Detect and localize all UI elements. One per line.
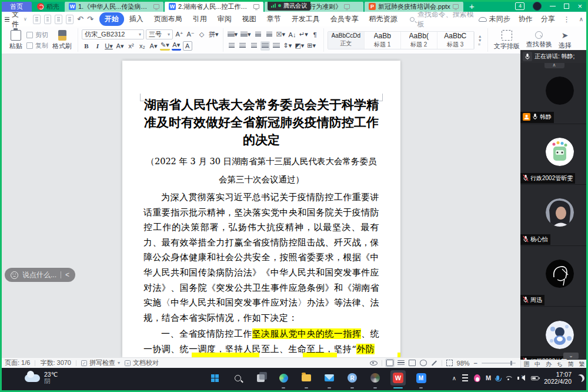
- sort-button[interactable]: A↓: [288, 30, 297, 39]
- ime-item[interactable]: 中: [534, 360, 540, 368]
- collaborate-button[interactable]: 协作: [519, 14, 533, 24]
- participant-tile-4[interactable]: 行管2002林苗⌄: [520, 307, 588, 368]
- tab-3[interactable]: W2.湖南省人民...控工作的决定》: [165, 1, 263, 12]
- tab-1[interactable]: 稻壳: [33, 1, 64, 12]
- ime-item[interactable]: 繁: [579, 360, 585, 368]
- meeting-chat-bubble[interactable]: 说点什么... <: [5, 268, 75, 282]
- mail-app[interactable]: [322, 370, 337, 386]
- chat-placeholder[interactable]: 说点什么...: [22, 270, 56, 280]
- underline-button[interactable]: U▾: [104, 41, 113, 51]
- asian-layout-button[interactable]: ☒▾: [276, 30, 286, 39]
- numbered-list-button[interactable]: ▾: [240, 30, 252, 39]
- battery-icon[interactable]: [531, 376, 539, 380]
- task-view-button[interactable]: [253, 370, 268, 386]
- menu-item-会员专享[interactable]: 会员专享: [325, 12, 364, 26]
- tab-5[interactable]: P新冠肺炎疫情培训会.pptx: [365, 1, 463, 12]
- microphone-tray-icon[interactable]: [496, 376, 499, 380]
- tab-0[interactable]: 首页: [1, 1, 32, 12]
- qq-tray-icon[interactable]: [474, 374, 480, 382]
- outline-view-button[interactable]: [397, 360, 405, 366]
- page-view-button[interactable]: [386, 360, 393, 366]
- maximize-button[interactable]: [564, 4, 569, 9]
- emoji-icon[interactable]: [11, 271, 18, 279]
- font-size-select[interactable]: 三号▾: [146, 29, 173, 39]
- superscript-button[interactable]: x²: [126, 41, 136, 51]
- cut-button[interactable]: 剪切: [26, 31, 48, 39]
- save-button[interactable]: [33, 15, 41, 24]
- styles-scroll[interactable]: ▲▼≡: [476, 34, 484, 46]
- window-manage-button[interactable]: 4: [515, 2, 524, 10]
- pinyin-guide-button[interactable]: 拼▾: [208, 30, 219, 39]
- proofread-button[interactable]: × 文档校对: [125, 358, 159, 367]
- taskbar-clock[interactable]: 17:07 2022/4/20: [544, 371, 572, 385]
- font-name-select[interactable]: 仿宋_GB2312▾: [82, 29, 144, 39]
- chat-collapse-button[interactable]: <: [65, 271, 69, 279]
- menu-item-页面布局[interactable]: 页面布局: [149, 12, 188, 26]
- text-effects-button[interactable]: A▾: [149, 41, 158, 51]
- account-avatar[interactable]: [533, 2, 542, 11]
- menu-item-开始[interactable]: 开始: [99, 12, 124, 26]
- decrease-font-button[interactable]: A⁻: [186, 30, 195, 39]
- subscript-button[interactable]: x₂: [138, 41, 147, 51]
- highlight-color-button[interactable]: ✎▾: [160, 41, 170, 51]
- ime-item[interactable]: 囲: [523, 360, 529, 368]
- style-标题 3[interactable]: AaBbC标题 3: [437, 32, 474, 49]
- borders-button[interactable]: ⊞▾: [306, 41, 316, 51]
- increase-font-button[interactable]: A⁺: [175, 30, 184, 39]
- text-layout-button[interactable]: 文字排版: [492, 30, 522, 51]
- command-search[interactable]: 查找命令、搜索模板: [410, 9, 477, 29]
- select-button[interactable]: ➤ 选择: [556, 31, 574, 50]
- participant-tile-3[interactable]: 周迅: [520, 246, 588, 307]
- style-标题 1[interactable]: AaBb标题 1: [365, 32, 401, 49]
- find-replace-button[interactable]: 查找替换: [524, 31, 554, 49]
- wps-app[interactable]: W: [390, 370, 406, 386]
- print-button[interactable]: [55, 15, 62, 24]
- eye-protect-button[interactable]: [370, 361, 377, 366]
- menu-item-审阅[interactable]: 审阅: [212, 12, 237, 26]
- fit-page-button[interactable]: [446, 360, 453, 366]
- file-explorer-app[interactable]: [299, 370, 314, 386]
- zoom-out-button[interactable]: −: [474, 360, 477, 367]
- m-tray-icon[interactable]: M: [486, 374, 491, 381]
- align-right-button[interactable]: [249, 41, 259, 51]
- char-shading-button[interactable]: A: [183, 41, 192, 51]
- align-left-button[interactable]: [227, 41, 236, 51]
- font-color-button[interactable]: A▾: [172, 41, 181, 51]
- align-center-button[interactable]: [238, 41, 248, 51]
- sync-status[interactable]: 未同步: [479, 14, 510, 24]
- read-view-button[interactable]: [409, 360, 416, 366]
- menu-item-视图[interactable]: 视图: [237, 12, 262, 26]
- tencent-meeting-app[interactable]: M: [413, 370, 429, 386]
- more-menu-button[interactable]: ⋮: [563, 15, 571, 24]
- hidden-icons-button[interactable]: ∧: [452, 375, 456, 381]
- bullet-list-button[interactable]: ▾: [227, 30, 239, 39]
- share-button[interactable]: 分享: [541, 14, 555, 24]
- justify-button[interactable]: [260, 41, 270, 51]
- equalizer-tray-icon[interactable]: [462, 375, 469, 381]
- char-border-button[interactable]: A▾: [115, 41, 125, 51]
- redo-button[interactable]: ↷: [87, 15, 93, 24]
- menu-item-引用[interactable]: 引用: [188, 12, 212, 26]
- copy-button[interactable]: 复制: [26, 41, 48, 50]
- clear-format-button[interactable]: ◇: [197, 30, 206, 39]
- minimize-button[interactable]: [550, 6, 556, 6]
- ime-item[interactable]: 简: [568, 360, 574, 368]
- print-preview-button[interactable]: [66, 15, 74, 24]
- zoom-level[interactable]: 98%: [457, 360, 470, 367]
- wifi-icon[interactable]: [505, 376, 512, 380]
- volume-muted-icon[interactable]: [517, 375, 526, 381]
- tab-2[interactable]: W1.《中华人民...传染病防治法》: [65, 1, 163, 12]
- start-button[interactable]: [207, 370, 222, 386]
- participant-tile-0[interactable]: ∧韩静: [520, 63, 588, 124]
- new-tab-button[interactable]: +: [469, 1, 475, 11]
- wrap-button[interactable]: ↵▾: [299, 30, 309, 39]
- photos-app[interactable]: [368, 370, 383, 386]
- export-button[interactable]: [44, 15, 52, 24]
- ime-item[interactable]: 办: [546, 360, 552, 368]
- ime-item[interactable]: ち: [557, 360, 563, 368]
- undo-button[interactable]: ↶: [77, 15, 83, 24]
- bold-button[interactable]: B: [82, 41, 91, 51]
- zoom-slider[interactable]: [482, 363, 516, 364]
- style-正文[interactable]: AaBbCcDd正文: [328, 32, 365, 49]
- increase-indent-button[interactable]: [265, 30, 274, 39]
